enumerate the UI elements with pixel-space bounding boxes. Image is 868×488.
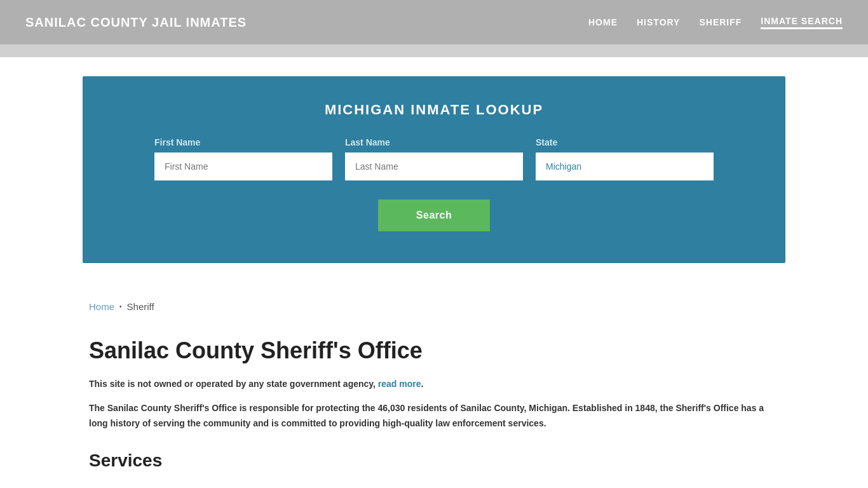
- breadcrumb-home-link[interactable]: Home: [89, 301, 114, 312]
- last-name-label: Last Name: [345, 137, 523, 147]
- last-name-input[interactable]: [345, 152, 523, 180]
- breadcrumb: Home • Sheriff: [89, 301, 779, 312]
- first-name-label: First Name: [154, 137, 332, 147]
- site-title: SANILAC COUNTY JAIL INMATES: [25, 15, 247, 30]
- nav-sheriff[interactable]: SHERIFF: [699, 17, 742, 27]
- main-nav: HOME HISTORY SHERIFF INMATE SEARCH: [588, 16, 843, 29]
- search-button-row: Search: [121, 200, 747, 231]
- nav-history[interactable]: HISTORY: [637, 17, 680, 27]
- disclaimer-text: This site is not owned or operated by an…: [89, 377, 779, 391]
- state-input[interactable]: [536, 152, 714, 180]
- inmate-search-panel: MICHIGAN INMATE LOOKUP First Name Last N…: [83, 76, 785, 263]
- search-fields-row: First Name Last Name State: [121, 137, 747, 180]
- search-button[interactable]: Search: [378, 200, 490, 231]
- breadcrumb-separator: •: [119, 303, 122, 310]
- main-content: Home • Sheriff Sanilac County Sheriff's …: [0, 282, 868, 488]
- last-name-group: Last Name: [345, 137, 523, 180]
- site-header: SANILAC COUNTY JAIL INMATES HOME HISTORY…: [0, 0, 868, 44]
- state-label: State: [536, 137, 714, 147]
- read-more-link[interactable]: read more: [378, 379, 421, 389]
- sub-header-bar: [0, 44, 868, 57]
- search-panel-title: MICHIGAN INMATE LOOKUP: [121, 102, 747, 118]
- body-description: The Sanilac County Sheriff's Office is r…: [89, 401, 779, 431]
- breadcrumb-current: Sheriff: [127, 301, 154, 312]
- first-name-group: First Name: [154, 137, 332, 180]
- state-group: State: [536, 137, 714, 180]
- page-title: Sanilac County Sheriff's Office: [89, 337, 779, 364]
- nav-home[interactable]: HOME: [588, 17, 618, 27]
- first-name-input[interactable]: [154, 152, 332, 180]
- nav-inmate-search[interactable]: INMATE SEARCH: [761, 16, 843, 29]
- services-heading: Services: [89, 451, 779, 471]
- disclaimer-static: This site is not owned or operated by an…: [89, 379, 376, 389]
